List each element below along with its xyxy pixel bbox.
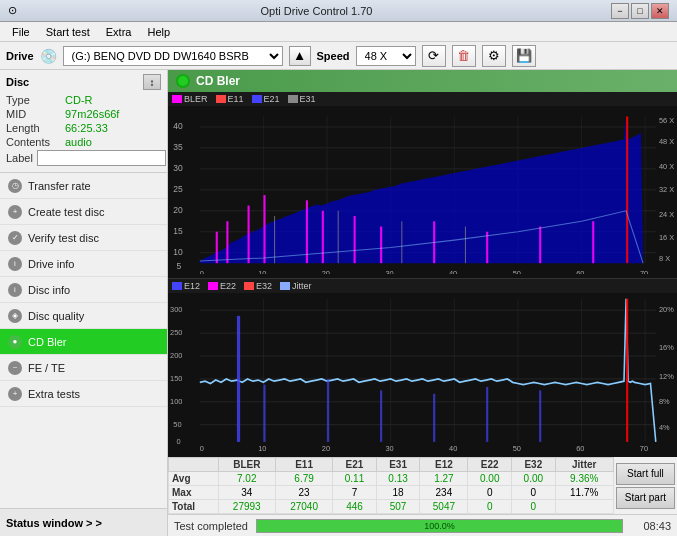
- transfer-rate-label: Transfer rate: [28, 180, 91, 192]
- max-label: Max: [169, 486, 219, 500]
- svg-text:56 X: 56 X: [659, 116, 674, 125]
- extra-tests-label: Extra tests: [28, 388, 80, 400]
- legend-e21-text: E21: [264, 94, 280, 104]
- svg-text:10: 10: [258, 269, 266, 274]
- save-button[interactable]: 💾: [512, 45, 536, 67]
- contents-value: audio: [65, 136, 161, 148]
- drive-icon: 💿: [40, 48, 57, 64]
- disc-quality-icon: ◈: [8, 309, 22, 323]
- svg-rect-50: [626, 116, 628, 263]
- sidebar-item-drive-info[interactable]: i Drive info: [0, 251, 167, 277]
- svg-text:60: 60: [576, 269, 584, 274]
- sidebar-item-fe-te[interactable]: ~ FE / TE: [0, 355, 167, 381]
- sidebar-item-disc-info[interactable]: i Disc info: [0, 277, 167, 303]
- menu-file[interactable]: File: [4, 24, 38, 40]
- svg-text:20%: 20%: [659, 305, 674, 314]
- status-time: 08:43: [631, 520, 671, 532]
- svg-text:20: 20: [173, 205, 183, 215]
- svg-text:70: 70: [640, 443, 648, 452]
- avg-jitter: 9.36%: [555, 472, 613, 486]
- contents-label: Contents: [6, 136, 61, 148]
- svg-rect-48: [539, 227, 541, 264]
- max-e32: 0: [512, 486, 556, 500]
- svg-rect-53: [401, 221, 402, 263]
- svg-text:150: 150: [170, 374, 182, 383]
- settings-icon-btn[interactable]: ⚙: [482, 45, 506, 67]
- legend-e11: E11: [216, 94, 244, 104]
- restore-button[interactable]: □: [631, 3, 649, 19]
- svg-text:40: 40: [449, 443, 457, 452]
- transfer-rate-icon: ◷: [8, 179, 22, 193]
- refresh-button[interactable]: ⟳: [422, 45, 446, 67]
- disc-info-label: Disc info: [28, 284, 70, 296]
- legend2-e22: E22: [208, 281, 236, 291]
- drive-label: Drive: [6, 50, 34, 62]
- extra-tests-icon: +: [8, 387, 22, 401]
- svg-rect-54: [465, 227, 466, 264]
- label-input[interactable]: [37, 150, 166, 166]
- status-window-button[interactable]: Status window > >: [0, 508, 167, 536]
- stats-row-avg: Avg 7.02 6.79 0.11 0.13 1.27 0.00 0.00 9…: [169, 472, 614, 486]
- svg-text:8 X: 8 X: [659, 254, 670, 263]
- start-full-button[interactable]: Start full: [616, 463, 675, 485]
- mid-value: 97m26s66f: [65, 108, 161, 120]
- app-icon: ⊙: [8, 4, 22, 18]
- menu-extra[interactable]: Extra: [98, 24, 140, 40]
- title-bar-text: Opti Drive Control 1.70: [22, 5, 611, 17]
- speed-label: Speed: [317, 50, 350, 62]
- stats-row-total: Total 27993 27040 446 507 5047 0 0: [169, 500, 614, 514]
- svg-text:32 X: 32 X: [659, 185, 674, 194]
- svg-rect-42: [306, 200, 308, 263]
- total-jitter: [555, 500, 613, 514]
- sidebar-item-cd-bler[interactable]: ● CD Bler: [0, 329, 167, 355]
- sidebar-item-verify-test-disc[interactable]: ✓ Verify test disc: [0, 225, 167, 251]
- sidebar-item-create-test-disc[interactable]: + Create test disc: [0, 199, 167, 225]
- stats-wrapper: BLER E11 E21 E31 E12 E22 E32 Jitter Avg: [168, 457, 614, 514]
- drive-select[interactable]: (G:) BENQ DVD DD DW1640 BSRB: [63, 46, 283, 66]
- avg-bler: 7.02: [218, 472, 275, 486]
- length-label: Length: [6, 122, 61, 134]
- col-header-e31: E31: [376, 458, 420, 472]
- erase-button[interactable]: 🗑: [452, 45, 476, 67]
- total-e21: 446: [333, 500, 377, 514]
- svg-rect-39: [226, 221, 228, 263]
- legend-e21: E21: [252, 94, 280, 104]
- avg-e32: 0.00: [512, 472, 556, 486]
- legend-bler-text: BLER: [184, 94, 208, 104]
- start-part-button[interactable]: Start part: [616, 487, 675, 509]
- svg-text:8%: 8%: [659, 396, 670, 405]
- cd-bler-header: CD Bler: [168, 70, 677, 92]
- close-button[interactable]: ✕: [651, 3, 669, 19]
- disc-info-icon: i: [8, 283, 22, 297]
- speed-select[interactable]: 48 X: [356, 46, 416, 66]
- svg-text:20: 20: [322, 443, 330, 452]
- sidebar-item-disc-quality[interactable]: ◈ Disc quality: [0, 303, 167, 329]
- max-e22: 0: [468, 486, 512, 500]
- label-label: Label: [6, 152, 33, 164]
- sidebar-item-extra-tests[interactable]: + Extra tests: [0, 381, 167, 407]
- progress-bar-fill: 100.0%: [257, 520, 622, 532]
- legend2-jitter-text: Jitter: [292, 281, 312, 291]
- disc-expand-button[interactable]: ↕: [143, 74, 161, 90]
- menu-help[interactable]: Help: [139, 24, 178, 40]
- svg-text:40 X: 40 X: [659, 162, 674, 171]
- sidebar-item-transfer-rate[interactable]: ◷ Transfer rate: [0, 173, 167, 199]
- disc-title: Disc: [6, 76, 29, 88]
- chart1-svg: 40 35 30 25 20 15 10 5 56 X 48 X 40 X 32…: [168, 106, 677, 274]
- drive-info-label: Drive info: [28, 258, 74, 270]
- svg-rect-47: [486, 232, 488, 263]
- svg-text:25: 25: [173, 184, 183, 194]
- chart1-legend: BLER E11 E21 E31: [168, 92, 677, 106]
- fe-te-icon: ~: [8, 361, 22, 375]
- eject-button[interactable]: ▲: [289, 46, 311, 66]
- svg-rect-92: [380, 390, 382, 442]
- start-buttons-container: Start full Start part: [614, 457, 677, 514]
- svg-text:200: 200: [170, 351, 182, 360]
- legend2-e12-text: E12: [184, 281, 200, 291]
- menu-start-test[interactable]: Start test: [38, 24, 98, 40]
- minimize-button[interactable]: −: [611, 3, 629, 19]
- avg-e11: 6.79: [275, 472, 332, 486]
- legend2-jitter: Jitter: [280, 281, 312, 291]
- svg-text:5: 5: [176, 262, 181, 272]
- svg-rect-94: [486, 387, 488, 442]
